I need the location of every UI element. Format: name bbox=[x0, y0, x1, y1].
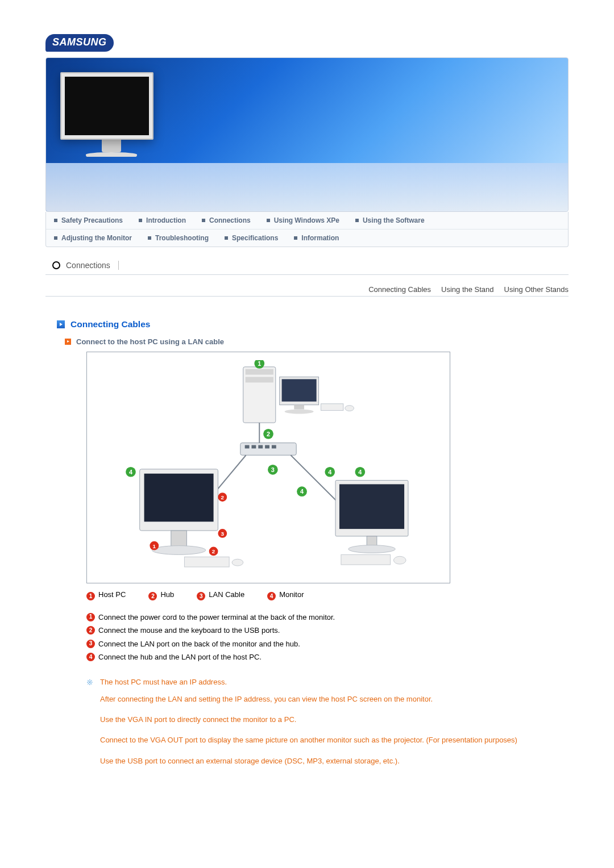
svg-rect-0 bbox=[243, 367, 276, 423]
subnav-using-other-stands[interactable]: Using Other Stands bbox=[504, 285, 569, 294]
diagram-left-monitor bbox=[140, 469, 243, 567]
nav-troubleshooting[interactable]: Troubleshooting bbox=[140, 229, 217, 247]
sub-nav: Connecting Cables Using the Stand Using … bbox=[45, 285, 569, 294]
svg-point-6 bbox=[285, 410, 314, 414]
svg-text:4: 4 bbox=[129, 469, 132, 475]
nav-safety-precautions[interactable]: Safety Precautions bbox=[46, 212, 131, 229]
nav-connections[interactable]: Connections bbox=[194, 212, 259, 229]
diagram-host-pc bbox=[243, 367, 354, 423]
svg-rect-1 bbox=[246, 369, 273, 375]
breadcrumb-icon bbox=[52, 261, 60, 269]
svg-rect-11 bbox=[240, 443, 296, 456]
svg-text:3: 3 bbox=[221, 531, 225, 537]
svg-text:4: 4 bbox=[300, 488, 304, 495]
brand-logo: SAMSUNG bbox=[45, 34, 114, 52]
svg-text:2: 2 bbox=[267, 431, 270, 437]
nav-adjusting-the-monitor[interactable]: Adjusting the Monitor bbox=[46, 229, 140, 247]
step-num-2-icon: 2 bbox=[86, 626, 95, 635]
hero-monitor-illustration bbox=[60, 72, 163, 157]
svg-line-21 bbox=[291, 455, 341, 506]
svg-text:4: 4 bbox=[328, 469, 331, 475]
svg-text:1: 1 bbox=[258, 360, 261, 367]
subnav-using-the-stand[interactable]: Using the Stand bbox=[441, 285, 494, 294]
svg-rect-12 bbox=[245, 445, 250, 449]
svg-rect-7 bbox=[321, 404, 343, 411]
subnav-connecting-cables[interactable]: Connecting Cables bbox=[368, 285, 431, 294]
svg-point-47 bbox=[393, 556, 406, 564]
sub-heading: Connect to the host PC using a LAN cable bbox=[65, 337, 569, 346]
nav-introduction[interactable]: Introduction bbox=[131, 212, 194, 229]
breadcrumb-label: Connections bbox=[66, 261, 119, 270]
breadcrumb: Connections bbox=[52, 261, 569, 270]
note-mark-icon: ※ bbox=[86, 676, 94, 690]
steps-list: 1Connect the power cord to the power ter… bbox=[86, 611, 569, 664]
svg-rect-30 bbox=[184, 557, 229, 567]
svg-text:2: 2 bbox=[212, 548, 215, 554]
svg-point-45 bbox=[349, 545, 396, 553]
svg-rect-44 bbox=[367, 536, 377, 546]
sub-bullet-icon bbox=[65, 339, 71, 345]
svg-text:3: 3 bbox=[271, 466, 275, 473]
svg-rect-27 bbox=[144, 474, 214, 522]
step-num-4-icon: 4 bbox=[86, 653, 95, 661]
hero-banner bbox=[45, 57, 569, 212]
nav-using-the-software[interactable]: Using the Software bbox=[347, 212, 433, 229]
legend-num-3-icon: 3 bbox=[197, 592, 205, 600]
svg-rect-14 bbox=[258, 445, 263, 449]
svg-rect-43 bbox=[339, 484, 404, 529]
svg-rect-5 bbox=[294, 405, 304, 410]
svg-rect-2 bbox=[246, 377, 273, 383]
svg-rect-15 bbox=[265, 445, 269, 449]
svg-rect-4 bbox=[282, 379, 317, 401]
svg-point-8 bbox=[345, 406, 354, 411]
section-title: Connecting Cables bbox=[57, 319, 569, 329]
svg-rect-46 bbox=[341, 554, 391, 565]
step-num-3-icon: 3 bbox=[86, 640, 95, 648]
svg-rect-16 bbox=[272, 445, 276, 449]
legend-num-2-icon: 2 bbox=[148, 592, 157, 600]
legend-num-4-icon: 4 bbox=[267, 592, 276, 600]
svg-rect-13 bbox=[251, 445, 256, 449]
diagram-hub bbox=[240, 443, 296, 456]
diagram-legend: 1Host PC 2Hub 3LAN Cable 4Monitor bbox=[86, 590, 569, 600]
nav-specifications[interactable]: Specifications bbox=[217, 229, 286, 247]
diagram-right-monitor bbox=[335, 481, 408, 565]
svg-point-29 bbox=[152, 546, 205, 555]
legend-num-1-icon: 1 bbox=[86, 592, 95, 600]
section-bullet-icon bbox=[57, 320, 65, 328]
svg-text:4: 4 bbox=[358, 469, 362, 475]
nav-information[interactable]: Information bbox=[286, 229, 347, 247]
main-nav: Safety Precautions Introduction Connecti… bbox=[45, 212, 569, 247]
nav-using-windows-xpe[interactable]: Using Windows XPe bbox=[259, 212, 347, 229]
step-num-1-icon: 1 bbox=[86, 613, 95, 621]
svg-rect-28 bbox=[171, 531, 187, 548]
svg-text:2: 2 bbox=[221, 494, 225, 500]
notes: ※The host PC must have an IP address. Af… bbox=[86, 676, 569, 767]
svg-text:1: 1 bbox=[153, 543, 156, 549]
connection-diagram: 1 2 3 4 4 1 2 bbox=[86, 352, 450, 583]
svg-point-31 bbox=[232, 559, 243, 566]
